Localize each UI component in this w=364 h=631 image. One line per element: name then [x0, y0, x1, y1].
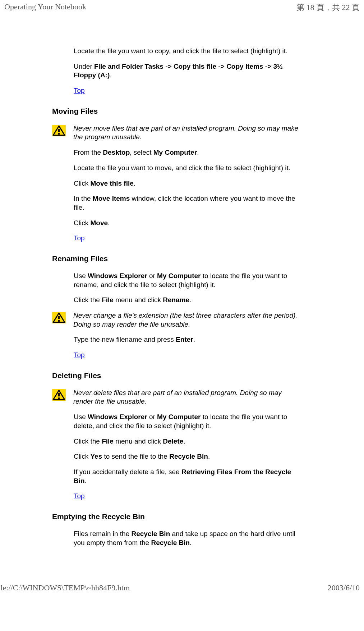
body-text: Under File and Folder Tasks -> Copy this…: [74, 62, 301, 80]
warning-text: Never change a file's extension (the las…: [73, 311, 301, 329]
section-heading-emptying: Emptying the Recycle Bin: [52, 512, 301, 521]
warning-text: Never delete files that are part of an i…: [73, 389, 301, 406]
footer-date: 2003/6/10: [328, 583, 360, 593]
svg-rect-10: [58, 393, 60, 396]
warning-row: Never change a file's extension (the las…: [52, 311, 301, 329]
body-text: Click the File menu and click Rename.: [74, 296, 301, 305]
warning-row: Never move files that are part of an ins…: [52, 124, 301, 142]
page-header: Operating Your Notebook 第 18 頁，共 22 頁: [0, 0, 364, 14]
page-number: 第 18 頁，共 22 頁: [296, 2, 360, 13]
document-body: Locate the file you want to copy, and cl…: [52, 47, 301, 547]
warning-icon: [52, 125, 66, 138]
footer-path: file://C:\WINDOWS\TEMP\~hh84F9.htm: [0, 583, 130, 593]
section-heading-moving: Moving Files: [52, 107, 301, 115]
svg-rect-2: [58, 129, 60, 132]
body-text: Locate the file you want to move, and cl…: [74, 164, 301, 173]
body-text: Click the File menu and click Delete.: [74, 437, 301, 446]
body-text: Click Yes to send the file to the Recycl…: [74, 452, 301, 461]
page-footer: file://C:\WINDOWS\TEMP\~hh84F9.htm 2003/…: [0, 583, 364, 593]
section-heading-renaming: Renaming Files: [52, 254, 301, 263]
warning-icon: [52, 312, 66, 325]
svg-rect-7: [58, 320, 60, 322]
body-text: Click Move.: [74, 219, 301, 228]
body-text: Files remain in the Recycle Bin and take…: [74, 530, 301, 547]
body-text: Click Move this file.: [74, 179, 301, 188]
warning-icon: [52, 389, 66, 403]
body-text: If you accidentally delete a file, see R…: [74, 468, 301, 485]
body-text: In the Move Items window, click the loca…: [74, 194, 301, 212]
top-link[interactable]: Top: [74, 492, 85, 500]
doc-title: Operating Your Notebook: [4, 2, 86, 13]
svg-rect-3: [58, 133, 60, 135]
warning-row: Never delete files that are part of an i…: [52, 389, 301, 406]
body-text: Locate the file you want to copy, and cl…: [74, 47, 301, 56]
body-text: Use Windows Explorer or My Computer to l…: [74, 272, 301, 289]
body-text: Use Windows Explorer or My Computer to l…: [74, 413, 301, 430]
svg-rect-6: [58, 316, 60, 319]
top-link[interactable]: Top: [74, 234, 85, 242]
top-link[interactable]: Top: [74, 87, 85, 94]
section-heading-deleting: Deleting Files: [52, 371, 301, 380]
body-text: Type the new filename and press Enter.: [74, 335, 301, 344]
svg-rect-11: [58, 398, 60, 399]
warning-text: Never move files that are part of an ins…: [73, 124, 301, 142]
body-text: From the Desktop, select My Computer.: [74, 148, 301, 157]
top-link[interactable]: Top: [74, 351, 85, 359]
